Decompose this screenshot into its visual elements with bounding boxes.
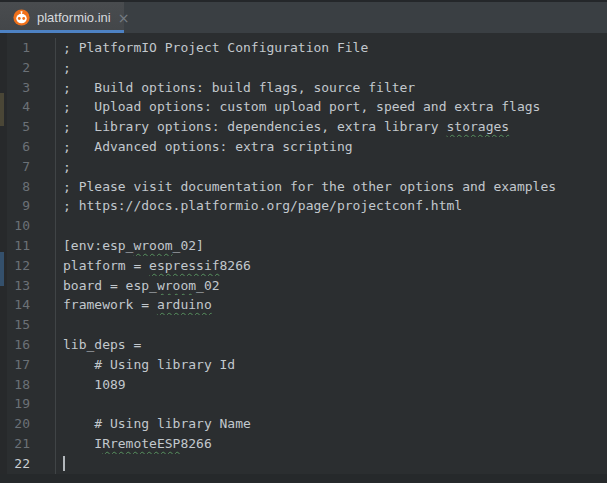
- code-line-row[interactable]: 1; PlatformIO Project Configuration File: [0, 38, 607, 58]
- code-line[interactable]: ; PlatformIO Project Configuration File: [56, 38, 607, 58]
- misspelled-word: RremoteESP: [102, 436, 180, 451]
- code-text: ; PlatformIO Project Configuration File: [63, 40, 368, 55]
- platformio-logo-icon: [13, 9, 30, 26]
- code-line-row[interactable]: 15: [0, 315, 607, 335]
- code-line-row[interactable]: 6; Advanced options: extra scripting: [0, 137, 607, 157]
- code-line-row[interactable]: 20 # Using library Name: [0, 414, 607, 434]
- code-line[interactable]: [env:esp_wroom_02]: [56, 236, 607, 256]
- code-line[interactable]: # Using library Id: [56, 355, 607, 375]
- text-cursor: [63, 456, 65, 471]
- code-line-row[interactable]: 19: [0, 394, 607, 414]
- code-line-row[interactable]: 16lib_deps =: [0, 335, 607, 355]
- misspelled-word: wroom: [157, 278, 196, 293]
- code-line[interactable]: [56, 394, 607, 414]
- code-text: 8266: [180, 436, 211, 451]
- code-line[interactable]: ; Upload options: custom upload port, sp…: [56, 97, 607, 117]
- line-number: 21: [0, 434, 56, 454]
- line-number: 16: [0, 335, 56, 355]
- code-text: # Using library Id: [63, 357, 235, 372]
- code-line-row[interactable]: 3; Build options: build flags, source fi…: [0, 78, 607, 98]
- code-line-row[interactable]: 7;: [0, 157, 607, 177]
- code-line[interactable]: ; Please visit documentation for the oth…: [56, 177, 607, 197]
- code-text: 1089: [63, 377, 126, 392]
- line-number: 22: [0, 454, 56, 474]
- line-number: 13: [0, 276, 56, 296]
- code-line[interactable]: ; Advanced options: extra scripting: [56, 137, 607, 157]
- code-line[interactable]: framework = arduino: [56, 295, 607, 315]
- code-line[interactable]: ; Build options: build flags, source fil…: [56, 78, 607, 98]
- marker-olive: [0, 93, 4, 126]
- code-line-row[interactable]: 4; Upload options: custom upload port, s…: [0, 97, 607, 117]
- code-line[interactable]: [56, 216, 607, 236]
- code-text: ; Upload options: custom upload port, sp…: [63, 99, 540, 114]
- editor-window: platformio.ini × 1; PlatformIO Project C…: [0, 0, 607, 483]
- code-line[interactable]: ; Library options: dependencies, extra l…: [56, 117, 607, 137]
- code-line[interactable]: # Using library Name: [56, 414, 607, 434]
- code-line[interactable]: IRremoteESP8266: [56, 434, 607, 454]
- code-text: 8266: [220, 258, 251, 273]
- code-line[interactable]: ;: [56, 157, 607, 177]
- code-line[interactable]: ;: [56, 58, 607, 78]
- line-number: 11: [0, 236, 56, 256]
- line-number: 3: [0, 78, 56, 98]
- code-line-row[interactable]: 12platform = espressif8266: [0, 256, 607, 276]
- misspelled-word: wroom: [133, 238, 172, 253]
- code-line[interactable]: lib_deps =: [56, 335, 607, 355]
- code-text: board = esp_: [63, 278, 157, 293]
- line-number: 15: [0, 315, 56, 335]
- line-number: 19: [0, 394, 56, 414]
- code-line[interactable]: platform = espressif8266: [56, 256, 607, 276]
- code-line-row[interactable]: 14framework = arduino: [0, 295, 607, 315]
- line-number: 1: [0, 38, 56, 58]
- code-editor[interactable]: 1; PlatformIO Project Configuration File…: [0, 33, 607, 474]
- line-number: 20: [0, 414, 56, 434]
- line-number: 14: [0, 295, 56, 315]
- bottom-edge: [0, 474, 607, 483]
- code-line[interactable]: board = esp_wroom_02: [56, 276, 607, 296]
- line-number: 6: [0, 137, 56, 157]
- code-text: ; https://docs.platformio.org/page/proje…: [63, 198, 462, 213]
- line-number: 4: [0, 97, 56, 117]
- line-number: 17: [0, 355, 56, 375]
- code-text: ;: [63, 159, 71, 174]
- line-number: 18: [0, 375, 56, 395]
- misspelled-word: storages: [447, 119, 510, 134]
- code-line-row[interactable]: 9; https://docs.platformio.org/page/proj…: [0, 196, 607, 216]
- code-text: ; Library options: dependencies, extra l…: [63, 119, 447, 134]
- code-text: platform =: [63, 258, 149, 273]
- code-line[interactable]: [56, 315, 607, 335]
- code-line-row[interactable]: 8; Please visit documentation for the ot…: [0, 177, 607, 197]
- misspelled-word: arduino: [157, 297, 212, 312]
- code-line-row[interactable]: 2;: [0, 58, 607, 78]
- line-number: 2: [0, 58, 56, 78]
- code-lines: 1; PlatformIO Project Configuration File…: [0, 33, 607, 474]
- tab-platformio-ini[interactable]: platformio.ini ×: [0, 2, 124, 33]
- line-number: 9: [0, 196, 56, 216]
- code-line[interactable]: 1089: [56, 375, 607, 395]
- code-text: # Using library Name: [63, 416, 251, 431]
- code-line-row[interactable]: 11[env:esp_wroom_02]: [0, 236, 607, 256]
- code-line-row[interactable]: 10: [0, 216, 607, 236]
- code-text: _02]: [173, 238, 204, 253]
- code-line-row[interactable]: 22: [0, 454, 607, 474]
- code-line-row[interactable]: 17 # Using library Id: [0, 355, 607, 375]
- line-number: 8: [0, 177, 56, 197]
- code-text: ;: [63, 60, 71, 75]
- code-line-row[interactable]: 21 IRremoteESP8266: [0, 434, 607, 454]
- code-line-row[interactable]: 13board = esp_wroom_02: [0, 276, 607, 296]
- misspelled-word: espressif: [149, 258, 219, 273]
- code-text: ; Build options: build flags, source fil…: [63, 80, 415, 95]
- line-number: 10: [0, 216, 56, 236]
- code-text: framework =: [63, 297, 157, 312]
- code-line-row[interactable]: 5; Library options: dependencies, extra …: [0, 117, 607, 137]
- code-text: [env:esp_: [63, 238, 133, 253]
- line-number: 5: [0, 117, 56, 137]
- tab-label: platformio.ini: [37, 10, 111, 25]
- line-number: 7: [0, 157, 56, 177]
- code-text: _02: [196, 278, 219, 293]
- code-line[interactable]: ; https://docs.platformio.org/page/proje…: [56, 196, 607, 216]
- close-icon[interactable]: ×: [118, 11, 130, 25]
- code-line[interactable]: [56, 454, 607, 474]
- code-text: I: [63, 436, 102, 451]
- code-line-row[interactable]: 18 1089: [0, 375, 607, 395]
